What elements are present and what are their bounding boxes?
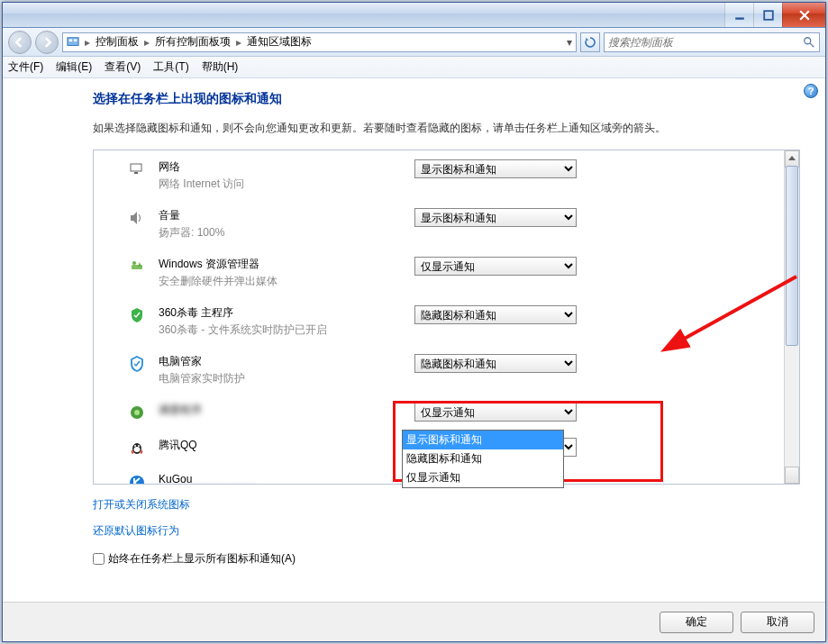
chevron-icon: ▸ <box>236 36 241 49</box>
notification-item-row: Windows 资源管理器安全删除硬件并弹出媒体仅显示通知 <box>128 257 784 289</box>
ok-button[interactable]: 确定 <box>660 612 733 633</box>
search-box[interactable] <box>604 32 820 52</box>
dropdown-chevron-icon[interactable]: ▾ <box>567 36 572 49</box>
item-subtitle: 扬声器: 100% <box>159 225 402 240</box>
control-panel-window: ▸ 控制面板 ▸ 所有控制面板项 ▸ 通知区域图标 ▾ 文件(F) 编辑(E) … <box>2 2 826 642</box>
cancel-button[interactable]: 取消 <box>741 612 814 633</box>
dropdown-option[interactable]: 隐藏图标和通知 <box>403 449 563 468</box>
menu-tools[interactable]: 工具(T) <box>153 59 188 75</box>
item-name: 电脑管家 <box>159 354 402 369</box>
svg-rect-7 <box>131 164 141 171</box>
page-title: 选择在任务栏上出现的图标和通知 <box>93 91 800 107</box>
refresh-button[interactable] <box>580 32 600 52</box>
item-name: KuGou <box>159 473 402 484</box>
breadcrumb[interactable]: ▸ 控制面板 ▸ 所有控制面板项 ▸ 通知区域图标 ▾ <box>62 32 577 52</box>
search-icon <box>803 36 815 49</box>
svg-rect-1 <box>764 11 773 20</box>
kugou-icon <box>128 474 146 484</box>
breadcrumb-item[interactable]: 控制面板 <box>96 34 139 50</box>
address-bar: ▸ 控制面板 ▸ 所有控制面板项 ▸ 通知区域图标 ▾ <box>3 28 825 57</box>
shield-green-icon <box>128 306 146 324</box>
behavior-select[interactable]: 仅显示通知 <box>414 403 577 422</box>
item-subtitle: 电脑管家实时防护 <box>159 371 402 386</box>
behavior-dropdown-popup[interactable]: 显示图标和通知 隐藏图标和通知 仅显示通知 <box>402 430 564 488</box>
breadcrumb-item[interactable]: 通知区域图标 <box>247 34 312 50</box>
shield-blue-icon <box>128 355 146 373</box>
svg-point-5 <box>805 37 811 43</box>
svg-point-15 <box>134 445 136 447</box>
always-show-checkbox[interactable] <box>93 553 105 565</box>
item-name: 腾讯QQ <box>159 438 402 453</box>
notification-item-row: 电脑管家电脑管家实时防护隐藏图标和通知 <box>128 354 784 386</box>
toggle-system-icons-link[interactable]: 打开或关闭系统图标 <box>93 497 190 512</box>
item-name: 调度程序 <box>159 403 402 418</box>
search-input[interactable] <box>608 36 803 49</box>
menu-help[interactable]: 帮助(H) <box>202 59 239 75</box>
item-name: 网络 <box>159 159 402 175</box>
item-subtitle: 网络 Internet 访问 <box>159 177 402 192</box>
behavior-select[interactable]: 显示图标和通知 <box>414 208 577 227</box>
content-area: 选择在任务栏上出现的图标和通知 如果选择隐藏图标和通知，则不会向您通知更改和更新… <box>3 78 825 602</box>
svg-point-16 <box>138 445 140 447</box>
notification-item-row: 调度程序仅显示通知 <box>128 403 784 422</box>
network-icon <box>128 160 146 178</box>
nav-forward-button[interactable] <box>35 31 59 54</box>
minimize-button[interactable] <box>724 3 753 27</box>
dropdown-option[interactable]: 仅显示通知 <box>403 468 563 487</box>
scroll-down-icon <box>788 474 796 478</box>
scheduler-icon <box>128 404 146 422</box>
menu-file[interactable]: 文件(F) <box>8 59 43 75</box>
item-name: 360杀毒 主程序 <box>159 305 402 321</box>
menu-view[interactable]: 查看(V) <box>105 59 141 75</box>
close-button[interactable] <box>782 3 825 27</box>
page-description: 如果选择隐藏图标和通知，则不会向您通知更改和更新。若要随时查看隐藏的图标，请单击… <box>93 120 800 137</box>
menubar: 文件(F) 编辑(E) 查看(V) 工具(T) 帮助(H) <box>3 57 825 78</box>
links-area: 打开或关闭系统图标 还原默认图标行为 <box>93 497 800 549</box>
behavior-select[interactable]: 仅显示通知 <box>414 257 577 276</box>
behavior-select[interactable]: 隐藏图标和通知 <box>414 305 577 324</box>
chevron-icon: ▸ <box>85 36 90 49</box>
behavior-select[interactable]: 隐藏图标和通知 <box>414 354 577 373</box>
svg-rect-3 <box>69 39 73 41</box>
control-panel-icon <box>67 36 79 49</box>
svg-point-10 <box>132 261 136 265</box>
svg-line-6 <box>810 42 814 46</box>
svg-point-12 <box>134 410 140 415</box>
restore-default-link[interactable]: 还原默认图标行为 <box>93 523 179 539</box>
breadcrumb-item[interactable]: 所有控制面板项 <box>155 34 231 50</box>
behavior-select[interactable]: 显示图标和通知 <box>414 159 577 178</box>
notification-item-row: 音量扬声器: 100%显示图标和通知 <box>128 208 784 240</box>
volume-icon <box>128 209 146 227</box>
chevron-icon: ▸ <box>144 36 150 49</box>
scroll-up-icon <box>788 156 796 160</box>
svg-rect-4 <box>74 39 77 41</box>
svg-point-14 <box>134 447 141 452</box>
footer: 确定 取消 <box>3 602 825 641</box>
svg-rect-0 <box>735 17 744 19</box>
menu-edit[interactable]: 编辑(E) <box>56 59 92 75</box>
nav-back-button[interactable] <box>8 31 32 54</box>
always-show-label: 始终在任务栏上显示所有图标和通知(A) <box>108 551 296 567</box>
always-show-checkbox-row: 始终在任务栏上显示所有图标和通知(A) <box>93 551 800 567</box>
item-subtitle: 安全删除硬件并弹出媒体 <box>159 274 402 289</box>
item-name: Windows 资源管理器 <box>159 257 402 272</box>
explorer-icon <box>128 258 146 276</box>
item-subtitle: 360杀毒 - 文件系统实时防护已开启 <box>159 322 402 338</box>
vertical-scrollbar[interactable] <box>784 150 799 484</box>
dropdown-option[interactable]: 显示图标和通知 <box>403 431 563 449</box>
scroll-thumb[interactable] <box>786 166 798 346</box>
notification-item-row: 网络网络 Internet 访问显示图标和通知 <box>128 159 784 192</box>
icon-list-panel: 网络网络 Internet 访问显示图标和通知音量扬声器: 100%显示图标和通… <box>93 150 800 485</box>
titlebar <box>3 3 825 28</box>
maximize-button[interactable] <box>753 3 782 27</box>
notification-item-row: 360杀毒 主程序360杀毒 - 文件系统实时防护已开启隐藏图标和通知 <box>128 305 784 338</box>
svg-rect-8 <box>134 172 138 174</box>
qq-icon <box>128 439 146 457</box>
item-name: 音量 <box>159 208 402 223</box>
